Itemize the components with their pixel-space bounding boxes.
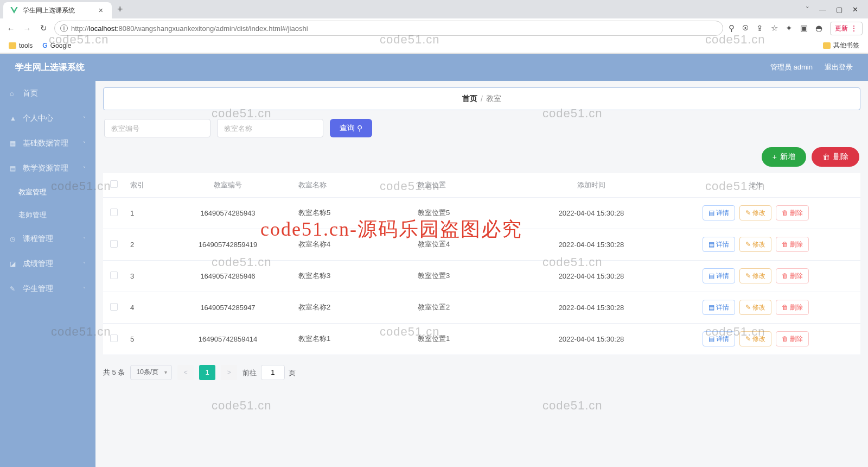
cell-code: 164905742859419: [163, 229, 293, 260]
app-body: ⌂首页 ▲个人中心˅ ▦基础数据管理˅ ▤教学资源管理˅ 教室管理 老师管理 ◷…: [0, 81, 868, 467]
search-name-input[interactable]: [217, 119, 323, 137]
edit-icon: ✎: [745, 209, 751, 217]
row-delete-button[interactable]: 🗑删除: [776, 300, 809, 315]
nav-forward-icon[interactable]: →: [22, 24, 33, 33]
chevron-down-icon: ˅: [83, 166, 86, 172]
sidebar-item-personal[interactable]: ▲个人中心˅: [0, 106, 95, 131]
row-edit-button[interactable]: ✎修改: [739, 300, 771, 315]
add-button[interactable]: +新增: [762, 147, 806, 167]
cell-index: 5: [125, 323, 163, 355]
delete-button[interactable]: 🗑删除: [812, 147, 859, 167]
key-icon[interactable]: ⚲: [729, 23, 735, 33]
cell-code: 16490574285943: [163, 197, 293, 229]
nav-back-icon[interactable]: ←: [5, 24, 16, 33]
window-controls: ˅ — ▢ ✕: [806, 5, 865, 14]
bookmark-tools[interactable]: tools: [9, 42, 33, 49]
row-delete-button[interactable]: 🗑删除: [776, 237, 809, 252]
doc-icon: ▤: [709, 209, 714, 217]
edit-icon: ✎: [745, 272, 751, 280]
google-icon: G: [42, 42, 47, 49]
doc-icon: ▤: [709, 335, 714, 343]
row-checkbox[interactable]: [110, 303, 118, 311]
bookmark-bar: tools GGoogle 其他书签: [0, 38, 868, 53]
row-view-button[interactable]: ▤详情: [703, 300, 735, 315]
row-delete-button[interactable]: 🗑删除: [776, 205, 809, 220]
row-checkbox[interactable]: [110, 240, 118, 248]
row-view-button[interactable]: ▤详情: [703, 268, 735, 283]
translate-icon[interactable]: ⦿: [742, 24, 749, 32]
star-icon[interactable]: ☆: [771, 23, 778, 33]
page-goto-input[interactable]: [261, 365, 285, 380]
row-edit-button[interactable]: ✎修改: [739, 268, 771, 283]
bookmark-google[interactable]: GGoogle: [42, 42, 71, 49]
sidepanel-icon[interactable]: ▣: [800, 23, 808, 33]
tab-close-icon[interactable]: ×: [97, 6, 105, 15]
row-view-button[interactable]: ▤详情: [703, 205, 735, 220]
row-checkbox[interactable]: [110, 335, 118, 342]
cell-time: 2022-04-04 15:30:28: [532, 229, 651, 260]
col-time: 添加时间: [532, 173, 651, 197]
row-view-button[interactable]: ▤详情: [703, 331, 735, 346]
sidebar-item-course[interactable]: ◷课程管理˅: [0, 226, 95, 251]
sidebar-item-classroom[interactable]: 教室管理: [0, 181, 95, 204]
bookmark-other[interactable]: 其他书签: [823, 41, 859, 50]
sidebar-item-teacher[interactable]: 老师管理: [0, 204, 95, 226]
window-maximize-icon[interactable]: ▢: [836, 5, 843, 14]
cell-time: 2022-04-04 15:30:28: [532, 292, 651, 323]
page-prev-button[interactable]: <: [177, 365, 194, 380]
breadcrumb-current: 教室: [486, 94, 501, 104]
update-button[interactable]: 更新⋮: [830, 22, 863, 35]
nav-bar: ← → ↻ i http://localhost:8080/wangshangx…: [0, 18, 868, 38]
plus-icon: +: [773, 153, 777, 161]
data-icon: ▦: [10, 140, 18, 147]
url-bar[interactable]: i http://localhost:8080/wangshangxuankex…: [54, 21, 723, 36]
window-close-icon[interactable]: ✕: [852, 5, 858, 14]
sidebar-item-teachres[interactable]: ▤教学资源管理˅: [0, 156, 95, 181]
breadcrumb-home[interactable]: 首页: [462, 94, 477, 104]
page-number-1[interactable]: 1: [199, 365, 215, 380]
row-checkbox[interactable]: [110, 272, 118, 279]
new-tab-button[interactable]: +: [112, 4, 129, 15]
col-code: 教室编号: [163, 173, 293, 197]
select-all-checkbox[interactable]: [110, 180, 118, 188]
row-delete-button[interactable]: 🗑删除: [776, 268, 809, 283]
table-row: 2164905742859419教室名称4教室位置42022-04-04 15:…: [103, 229, 860, 260]
query-button[interactable]: 查询⚲: [330, 119, 372, 137]
toolbar-icons: ⚲ ⦿ ⇪ ☆ ✦ ▣ ◓ 更新⋮: [729, 22, 863, 35]
sidebar-item-home[interactable]: ⌂首页: [0, 81, 95, 106]
row-delete-button[interactable]: 🗑删除: [776, 331, 809, 346]
resource-icon: ▤: [10, 165, 18, 172]
row-checkbox[interactable]: [110, 209, 118, 216]
cell-name: 教室名称2: [293, 292, 412, 323]
share-icon[interactable]: ⇪: [756, 23, 763, 33]
sidebar: ⌂首页 ▲个人中心˅ ▦基础数据管理˅ ▤教学资源管理˅ 教室管理 老师管理 ◷…: [0, 81, 95, 467]
tab-title: 学生网上选课系统: [23, 6, 92, 15]
grade-icon: ◪: [10, 260, 18, 268]
nav-reload-icon[interactable]: ↻: [38, 23, 49, 33]
search-code-input[interactable]: [104, 119, 210, 137]
row-edit-button[interactable]: ✎修改: [739, 331, 771, 346]
browser-tab[interactable]: 学生网上选课系统 ×: [3, 2, 112, 18]
extensions-icon[interactable]: ✦: [786, 23, 793, 33]
folder-icon: [823, 42, 831, 49]
page-size-select[interactable]: 10条/页: [130, 365, 172, 380]
row-edit-button[interactable]: ✎修改: [739, 205, 771, 220]
row-edit-button[interactable]: ✎修改: [739, 237, 771, 252]
cell-index: 2: [125, 229, 163, 260]
page-next-button[interactable]: >: [221, 365, 237, 380]
table-row: 316490574285946教室名称3教室位置32022-04-04 15:3…: [103, 260, 860, 292]
user-label: 管理员 admin: [770, 62, 813, 72]
window-dropdown-icon[interactable]: ˅: [806, 5, 809, 14]
window-minimize-icon[interactable]: —: [819, 5, 826, 14]
cell-loc: 教室位置3: [412, 260, 532, 292]
sidebar-item-student[interactable]: ✎学生管理˅: [0, 276, 95, 301]
site-info-icon[interactable]: i: [60, 24, 68, 32]
profile-icon[interactable]: ◓: [815, 23, 822, 33]
chevron-down-icon: ˅: [83, 261, 86, 267]
logout-link[interactable]: 退出登录: [825, 62, 853, 72]
sidebar-item-grade[interactable]: ◪成绩管理˅: [0, 251, 95, 276]
row-view-button[interactable]: ▤详情: [703, 237, 735, 252]
table-row: 416490574285947教室名称2教室位置22022-04-04 15:3…: [103, 292, 860, 323]
sidebar-item-basedata[interactable]: ▦基础数据管理˅: [0, 131, 95, 156]
doc-icon: ▤: [709, 241, 714, 248]
